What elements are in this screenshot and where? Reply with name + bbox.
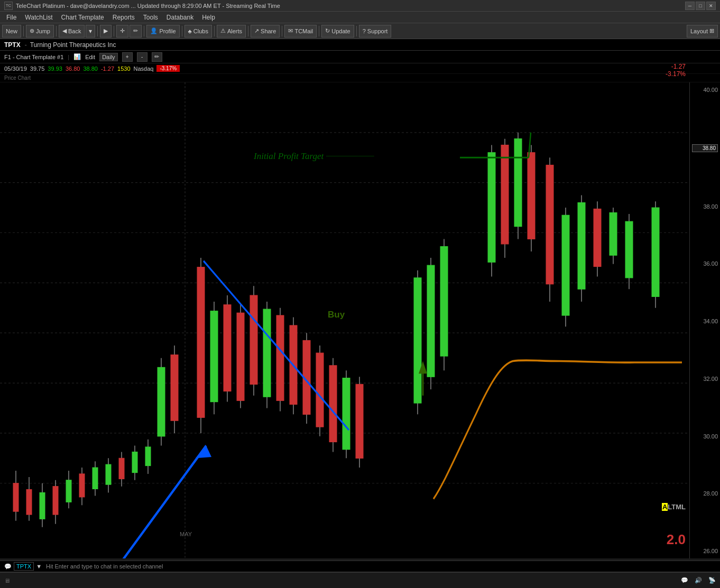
svg-rect-31 [145, 447, 151, 466]
price-prev: 39.93 [48, 66, 62, 72]
back-button[interactable]: ◀ Back [59, 25, 85, 38]
menu-watchlist[interactable]: WatchList [21, 12, 57, 23]
company-name: Turning Point Therapeutics Inc [30, 41, 116, 49]
data-status-icon: 📡 [708, 577, 716, 584]
toolbar-sep-11 [356, 26, 357, 36]
close-button[interactable]: ✕ [706, 2, 716, 10]
menu-tools[interactable]: Tools [139, 12, 162, 23]
new-button[interactable]: New [2, 25, 21, 38]
profit-target-arrow: —————— [326, 150, 374, 161]
crosshair-button[interactable]: ✛ [116, 25, 128, 38]
svg-rect-25 [106, 464, 111, 484]
svg-rect-39 [210, 311, 218, 402]
toolbar: New ⊕ Jump ◀ Back ▾ ▶ ✛ ✏ 👤 Profile ♣ Cl… [0, 23, 720, 39]
svg-rect-33 [158, 367, 165, 436]
svg-rect-27 [119, 458, 124, 479]
price-level-3200: 32.00 [692, 376, 718, 382]
menu-file[interactable]: File [2, 12, 21, 23]
svg-rect-57 [329, 366, 337, 442]
price-level-3400: 34.00 [692, 318, 718, 324]
price-scale: 40.00 38.80 38.00 36.00 34.00 32.00 30.0… [689, 82, 720, 558]
share-button[interactable]: ↗ Share [251, 25, 280, 38]
toolbar-sep-9 [282, 26, 282, 36]
ticker-dropdown-arrow[interactable]: ▼ [36, 563, 42, 570]
svg-rect-75 [528, 153, 535, 239]
svg-rect-55 [316, 353, 324, 427]
chart-label: Price Chart [0, 74, 720, 82]
svg-rect-65 [427, 265, 435, 377]
svg-rect-81 [578, 203, 585, 290]
price-level-2800: 28.00 [692, 490, 718, 497]
profile-button[interactable]: 👤 Profile [146, 25, 179, 38]
price-row: 05/30/19 39.75 39.93 36.80 38.80 -1.27 1… [0, 63, 720, 74]
svg-rect-21 [79, 474, 85, 497]
svg-rect-37 [197, 267, 205, 418]
pencil-button[interactable]: ✏ [130, 25, 142, 38]
zoom-in-button[interactable]: + [122, 52, 133, 62]
version-label: 2.0 [667, 531, 686, 548]
window-controls: ─ □ ✕ [685, 2, 716, 10]
app-icon: TC [4, 2, 13, 10]
minimize-button[interactable]: ─ [685, 2, 695, 10]
ticker-symbol-icon: 💬 [4, 563, 12, 570]
maximize-button[interactable]: □ [696, 2, 705, 10]
status-icon-1: 🖥 [4, 577, 10, 584]
chart-icon: 📊 [73, 53, 81, 60]
may-label: MAY [180, 531, 192, 537]
svg-rect-35 [171, 355, 178, 421]
toolbar-sep-6 [182, 26, 182, 36]
stock-header: TPTX - Turning Point Therapeutics Inc [0, 39, 720, 51]
forward-button[interactable]: ▶ [100, 25, 112, 38]
layout-button[interactable]: Layout ⊞ [687, 25, 718, 38]
support-button[interactable]: ? Support [359, 25, 392, 38]
svg-rect-73 [514, 139, 522, 227]
svg-rect-19 [66, 480, 71, 502]
chat-status-icon: 💬 [681, 577, 688, 584]
template-label: F1 - Chart Template #1 [4, 54, 63, 60]
ticker-message: Hit Enter and type to chat in selected c… [46, 563, 163, 570]
trailing-stop-container: Trailing Stop [381, 288, 423, 375]
svg-rect-83 [594, 209, 601, 266]
menu-bar: File WatchList Chart Template Reports To… [0, 12, 720, 23]
ticker-symbol-btn[interactable]: TPTX [14, 562, 34, 571]
title-bar: TC TeleChart Platinum - dave@davelandry.… [0, 0, 720, 12]
svg-rect-17 [53, 487, 58, 515]
update-button[interactable]: ↻ Update [321, 25, 354, 38]
price-level-2600: 26.00 [692, 548, 718, 554]
toolbar-sep-3 [97, 26, 98, 36]
clubs-button[interactable]: ♣ Clubs [184, 25, 212, 38]
bottom-ticker-bar: 💬 TPTX ▼ Hit Enter and type to chat in s… [0, 561, 720, 572]
svg-rect-23 [93, 468, 98, 489]
price-change-display: -1.27 -3.17% [666, 63, 686, 78]
menu-reports[interactable]: Reports [108, 12, 139, 23]
ticker-symbol: TPTX [4, 41, 21, 49]
support-icon: ? [363, 28, 366, 34]
menu-chart-template[interactable]: Chart Template [57, 12, 108, 23]
draw-button[interactable]: ✏ [152, 52, 162, 62]
svg-rect-61 [356, 384, 363, 458]
svg-rect-87 [625, 221, 633, 278]
zoom-out-button[interactable]: - [137, 52, 147, 62]
toolbar-sep-4 [114, 26, 114, 36]
jump-button[interactable]: ⊕ Jump [26, 25, 54, 38]
status-icons: 💬 🔊 📡 [681, 577, 716, 584]
svg-rect-29 [132, 452, 137, 472]
chart-area: 40.00 38.80 38.00 36.00 34.00 32.00 30.0… [0, 82, 720, 558]
edit-button[interactable]: Edit [85, 54, 95, 60]
svg-rect-47 [263, 309, 271, 397]
ticker-label-br: ALTML [662, 503, 686, 511]
current-price-label: 38.80 [692, 144, 718, 152]
period-selector[interactable]: Daily [99, 53, 117, 61]
back-icon: ◀ [62, 27, 67, 34]
toolbar-sep-2 [56, 26, 57, 36]
alerts-button[interactable]: ⚠ Alerts [217, 25, 246, 38]
price-change-value: -1.27 [666, 63, 686, 70]
tcmail-button[interactable]: ✉ TCMail [284, 25, 317, 38]
price-change-pct: -3.17% [666, 70, 686, 78]
price-close: 38.80 [83, 66, 98, 72]
back-dropdown[interactable]: ▾ [86, 25, 95, 38]
menu-help[interactable]: Help [198, 12, 219, 23]
menu-databank[interactable]: Databank [162, 12, 198, 23]
svg-rect-89 [652, 208, 659, 296]
svg-rect-69 [488, 153, 495, 262]
